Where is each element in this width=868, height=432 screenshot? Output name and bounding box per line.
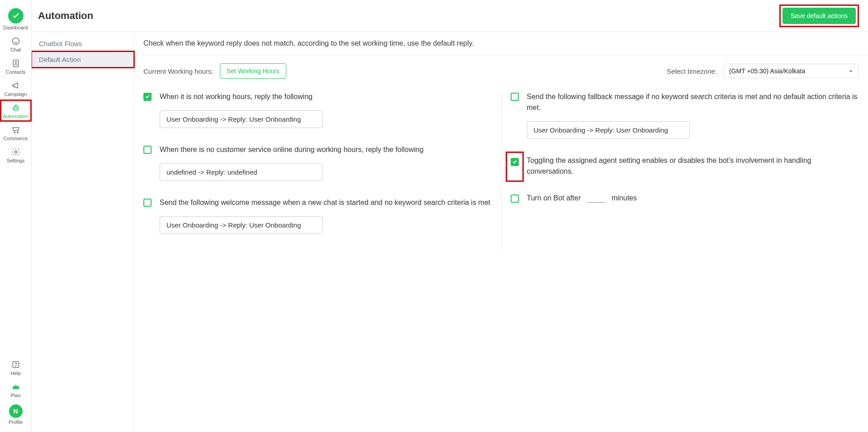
column-divider bbox=[501, 91, 502, 250]
working-hours-label: Current Working hours: bbox=[143, 67, 213, 75]
contacts-icon bbox=[11, 59, 20, 68]
description-text: Check when the keyword reply does not ma… bbox=[134, 32, 868, 55]
chevron-down-icon bbox=[849, 67, 853, 75]
sidebar-item-settings[interactable]: Settings bbox=[0, 144, 32, 166]
save-button-highlight: Save default actions bbox=[779, 5, 859, 27]
logo-icon bbox=[8, 8, 24, 24]
sidebar-label: Chat bbox=[10, 47, 21, 52]
sidebar-label: Help bbox=[10, 370, 21, 376]
save-button[interactable]: Save default actions bbox=[783, 8, 856, 24]
sub-sidebar-item-default-action[interactable]: Default Action bbox=[32, 52, 134, 67]
option-welcome-message: Send the following welcome message when … bbox=[143, 197, 492, 234]
crown-icon bbox=[11, 382, 20, 391]
option-fallback-message: Send the following fallback message if n… bbox=[511, 91, 859, 139]
option-label: Send the following fallback message if n… bbox=[527, 91, 859, 113]
svg-point-0 bbox=[12, 38, 19, 45]
help-icon bbox=[11, 360, 20, 369]
reply-selector[interactable]: User Onboarding -> Reply: User Onboardin… bbox=[160, 216, 323, 234]
sidebar-label: Settings bbox=[7, 158, 25, 163]
option-label: When it is not working hours, reply the … bbox=[160, 91, 492, 102]
sidebar-label: Commerce bbox=[4, 136, 28, 141]
sidebar-label: Campaign bbox=[4, 91, 27, 97]
checkbox-welcome-message[interactable] bbox=[143, 199, 152, 207]
option-label-prefix: Turn on Bot after bbox=[527, 194, 581, 202]
robot-icon bbox=[11, 103, 20, 112]
sub-sidebar: Chatbot Flows Default Action bbox=[32, 32, 134, 432]
sidebar-item-plan[interactable]: Plan bbox=[0, 379, 32, 401]
megaphone-icon bbox=[11, 81, 20, 90]
sidebar-item-profile[interactable]: N Profile bbox=[0, 401, 32, 427]
sidebar-label: Automation bbox=[3, 114, 28, 119]
sidebar-item-commerce[interactable]: Commerce bbox=[0, 122, 32, 144]
timezone-label: Select timezone: bbox=[667, 67, 717, 75]
option-label: When there is no customer service online… bbox=[160, 144, 492, 155]
checkbox-no-customer-service[interactable] bbox=[143, 146, 152, 154]
svg-point-10 bbox=[15, 366, 16, 366]
option-not-working-hours: When it is not working hours, reply the … bbox=[143, 91, 492, 128]
timezone-value: (GMT +05:30) Asia/Kolkata bbox=[729, 67, 805, 75]
sidebar-item-chat[interactable]: Chat bbox=[0, 33, 32, 55]
checkbox-not-working-hours[interactable] bbox=[143, 93, 152, 101]
checkbox-toggle-agent[interactable] bbox=[511, 158, 519, 166]
sidebar-item-campaign[interactable]: Campaign bbox=[0, 77, 32, 100]
option-label: Send the following welcome message when … bbox=[160, 197, 492, 208]
sidebar-item-contacts[interactable]: Contacts bbox=[0, 55, 32, 77]
option-toggle-agent: Toggling the assigned agent setting enab… bbox=[511, 155, 859, 177]
option-no-customer-service: When there is no customer service online… bbox=[143, 144, 492, 181]
checkbox-highlight bbox=[507, 153, 522, 180]
timezone-select[interactable]: (GMT +05:30) Asia/Kolkata bbox=[723, 64, 859, 78]
option-label: Toggling the assigned agent setting enab… bbox=[527, 155, 859, 177]
svg-point-2 bbox=[15, 62, 16, 63]
svg-point-6 bbox=[14, 132, 15, 133]
svg-point-4 bbox=[14, 108, 15, 109]
svg-point-7 bbox=[17, 132, 18, 133]
set-working-hours-button[interactable]: Set Working Hours bbox=[220, 63, 286, 79]
checkbox-turn-on-bot[interactable] bbox=[511, 195, 519, 203]
sidebar-item-dashboard[interactable]: Dashboard bbox=[0, 5, 32, 33]
avatar: N bbox=[9, 404, 23, 418]
option-label-suffix: minutes bbox=[612, 194, 637, 202]
sidebar-item-automation[interactable]: Automation bbox=[0, 100, 32, 122]
sub-sidebar-item-chatbot-flows[interactable]: Chatbot Flows bbox=[32, 36, 134, 52]
svg-point-8 bbox=[14, 151, 17, 153]
chat-icon bbox=[11, 37, 20, 46]
sidebar-item-help[interactable]: Help bbox=[0, 356, 32, 379]
reply-selector[interactable]: undefined -> Reply: undefined bbox=[160, 163, 323, 181]
main-sidebar: Dashboard Chat Contacts Campaign bbox=[0, 0, 32, 432]
sidebar-label: Profile bbox=[9, 419, 23, 425]
checkbox-fallback-message[interactable] bbox=[511, 93, 519, 101]
sidebar-label: Contacts bbox=[6, 69, 25, 75]
sidebar-label: Plan bbox=[10, 393, 20, 398]
svg-point-5 bbox=[16, 108, 17, 109]
sidebar-label: Dashboard bbox=[4, 25, 28, 30]
page-title: Automation bbox=[38, 10, 93, 22]
option-turn-on-bot: Turn on Bot after minutes bbox=[511, 193, 859, 203]
gear-icon bbox=[11, 147, 20, 157]
page-header: Automation Save default actions bbox=[32, 0, 868, 32]
reply-selector[interactable]: User Onboarding -> Reply: User Onboardin… bbox=[527, 121, 690, 139]
reply-selector[interactable]: User Onboarding -> Reply: User Onboardin… bbox=[160, 110, 323, 128]
minutes-input[interactable] bbox=[587, 193, 605, 203]
cart-icon bbox=[11, 125, 20, 134]
